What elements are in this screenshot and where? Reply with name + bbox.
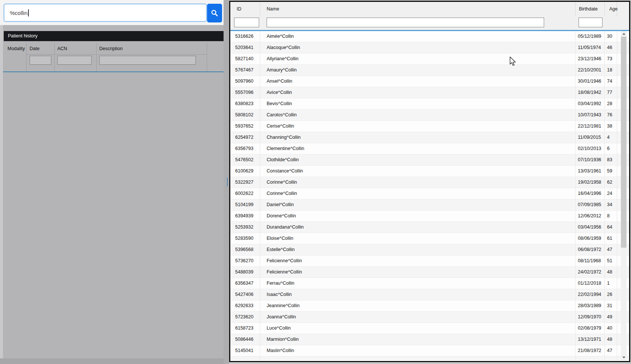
table-row[interactable]: 5104199 Daniel^Collin 07/09/1985 34 — [230, 199, 629, 211]
results-header-id[interactable]: ID — [230, 2, 260, 16]
cell-id: 5723620 — [230, 312, 260, 322]
cell-age: 48 — [605, 334, 617, 345]
cell-age: 40 — [605, 323, 617, 334]
table-row[interactable]: 5827140 Allyriane^Collin 23/12/1946 73 — [230, 53, 629, 65]
cell-birthdate — [576, 357, 605, 360]
table-row[interactable]: 5203641 Alacoque^Collin 11/05/1974 46 — [230, 42, 629, 53]
table-row[interactable]: 5283590 Eloise^Collin 08/06/1959 61 — [230, 233, 629, 244]
history-divider-line — [3, 71, 224, 72]
table-row[interactable]: 5476502 Clothilde^Collin 07/10/1936 83 — [230, 155, 629, 166]
search-icon — [210, 9, 219, 17]
table-row[interactable]: 5808102 Carolos^Collin 10/07/1943 76 — [230, 110, 629, 121]
text-caret — [28, 9, 29, 16]
cell-age: 34 — [605, 199, 617, 210]
table-row[interactable]: 5145041 Maslin^Collin 21/08/1972 47 — [230, 345, 629, 357]
table-row[interactable]: 5396568 Estelle^Collin 06/08/1972 47 — [230, 244, 629, 256]
cell-name: Clothilde^Collin — [260, 155, 576, 165]
table-row[interactable]: 6356793 Clementine^Collin 02/10/2013 6 — [230, 143, 629, 155]
cell-birthdate: 16/04/1996 — [576, 188, 605, 199]
table-row[interactable]: 6100629 Constance^Collin 13/03/1961 59 — [230, 166, 629, 177]
column-divider — [26, 43, 27, 72]
table-row[interactable]: 5086446 Marmion^Collin 13/12/1971 48 — [230, 334, 629, 345]
history-header-acn[interactable]: ACN — [57, 46, 67, 51]
cell-name: Constance^Collin — [260, 166, 576, 177]
cell-name: Daniel^Collin — [260, 199, 576, 210]
table-row-partial[interactable] — [230, 357, 629, 360]
cell-birthdate: 22/12/1981 — [576, 121, 605, 132]
cell-birthdate: 08/11/1968 — [576, 256, 605, 266]
search-button[interactable] — [207, 4, 222, 22]
table-row[interactable]: 5316626 Aimée^Collin 05/12/1989 30 — [230, 31, 629, 42]
table-row[interactable]: 5937652 Cerise^Collin 22/12/1981 38 — [230, 121, 629, 132]
cell-age: 30 — [605, 31, 617, 42]
cell-name: Ferrau^Collin — [260, 278, 576, 289]
cell-id: 6356793 — [230, 143, 260, 154]
results-header-birthdate[interactable]: Birthdate — [576, 2, 605, 16]
cell-name: Durandana^Collin — [260, 222, 576, 233]
splitter-handle[interactable] — [227, 178, 228, 186]
table-row[interactable]: 6158723 Luce^Collin 02/08/1979 40 — [230, 323, 629, 334]
table-row[interactable]: 5723620 Joanna^Collin 12/09/1970 49 — [230, 312, 629, 323]
cell-age: 61 — [605, 233, 617, 244]
column-divider — [96, 43, 97, 72]
results-filter-name[interactable] — [267, 18, 544, 27]
cell-birthdate: 28/03/1989 — [576, 300, 605, 311]
history-filter-acn[interactable] — [57, 56, 92, 65]
cell-id: 5283590 — [230, 233, 260, 244]
cell-birthdate: 13/12/1971 — [576, 334, 605, 345]
table-row[interactable]: 5322927 Corinne^Collin 19/02/1958 62 — [230, 177, 629, 188]
history-header-description[interactable]: Description — [99, 46, 123, 51]
scroll-down-button[interactable] — [621, 355, 627, 360]
results-filter-id[interactable] — [234, 18, 259, 27]
cell-name: Maslin^Collin — [260, 345, 576, 356]
vertical-scrollbar[interactable] — [621, 31, 627, 360]
header-divider — [26, 54, 207, 55]
cell-birthdate: 18/08/1942 — [576, 87, 605, 98]
cell-name — [260, 357, 576, 360]
cell-age: 77 — [605, 87, 617, 98]
results-header-age[interactable]: Age — [605, 2, 617, 16]
results-header-name[interactable]: Name — [260, 2, 576, 16]
table-row[interactable]: 6002622 Corinne^Collin 16/04/1996 24 — [230, 188, 629, 199]
table-row[interactable]: 6380823 Bevis^Collin 03/04/1992 28 — [230, 98, 629, 110]
cell-birthdate: 07/09/1985 — [576, 199, 605, 210]
cell-name: Isaac^Collin — [260, 289, 576, 300]
cell-name: Allyriane^Collin — [260, 53, 576, 64]
table-row[interactable]: 5736270 Felicienne^Collin 08/11/1968 51 — [230, 256, 629, 267]
table-row[interactable]: 5097960 Ansel^Collin 30/01/1946 74 — [230, 76, 629, 87]
cell-birthdate: 01/12/2018 — [576, 278, 605, 289]
history-filter-date[interactable] — [30, 56, 51, 65]
panel-splitter[interactable] — [224, 0, 229, 364]
scrollbar-thumb[interactable] — [621, 37, 627, 248]
cell-name: Marmion^Collin — [260, 334, 576, 345]
patient-results-panel: ID Name Birthdate Age 5316626 Aimée^Coll… — [229, 1, 630, 362]
cell-age: 59 — [605, 166, 617, 177]
cell-name: Aimée^Collin — [260, 31, 576, 42]
cell-age: 31 — [605, 300, 617, 311]
table-row[interactable]: 5488039 Felicienne^Collin 24/02/1972 48 — [230, 267, 629, 278]
table-row[interactable]: 5427406 Isaac^Collin 22/02/1994 26 — [230, 289, 629, 300]
cell-age: 62 — [605, 177, 617, 188]
search-input[interactable] — [3, 3, 207, 22]
table-row[interactable]: 6292633 Jeannine^Collin 28/03/1989 31 — [230, 300, 629, 312]
history-header-modality[interactable]: Modality — [7, 46, 25, 51]
table-row[interactable]: 6356347 Ferrau^Collin 01/12/2018 1 — [230, 278, 629, 289]
results-filter-birthdate[interactable] — [579, 18, 603, 27]
table-row[interactable]: 6254972 Channing^Collin 11/09/2015 4 — [230, 132, 629, 143]
history-filter-description[interactable] — [99, 56, 196, 65]
history-header-date[interactable]: Date — [30, 46, 39, 51]
scroll-up-button[interactable] — [621, 31, 627, 37]
cell-name: Joanna^Collin — [260, 312, 576, 322]
cell-id: 5488039 — [230, 267, 260, 278]
cell-id: 5476502 — [230, 155, 260, 165]
table-row[interactable]: 5557096 Avice^Collin 18/08/1942 77 — [230, 87, 629, 98]
table-row[interactable]: 5253932 Durandana^Collin 03/04/1956 64 — [230, 222, 629, 233]
table-row[interactable]: 5767467 Amaury^Collin 22/10/2001 18 — [230, 65, 629, 76]
cell-birthdate: 02/08/1979 — [576, 323, 605, 334]
cell-name: Ansel^Collin — [260, 76, 576, 87]
table-row[interactable]: 6394939 Dorene^Collin 12/06/2012 8 — [230, 211, 629, 222]
column-divider — [207, 43, 207, 72]
cell-id: 6292633 — [230, 300, 260, 311]
cell-id: 6158723 — [230, 323, 260, 334]
cell-age — [605, 357, 617, 360]
